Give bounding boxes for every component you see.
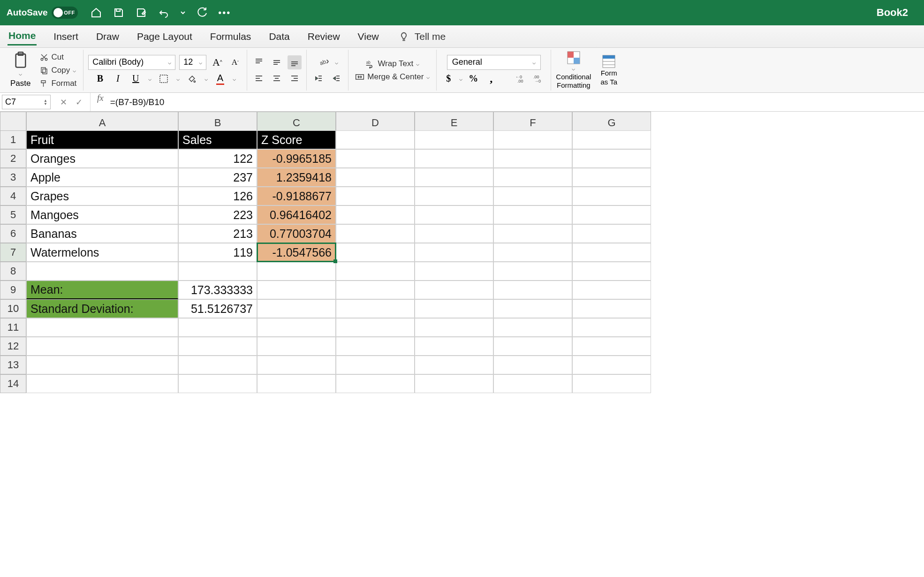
cell[interactable]: [493, 205, 572, 224]
row-header-14[interactable]: 14: [0, 374, 26, 393]
cell[interactable]: [178, 356, 257, 374]
row-header-3[interactable]: 3: [0, 168, 26, 187]
align-right-icon[interactable]: [288, 71, 302, 85]
cell-C1[interactable]: Z Score: [257, 130, 336, 149]
cell[interactable]: [336, 130, 415, 149]
redo-icon[interactable]: [196, 7, 208, 19]
cell-C7[interactable]: -1.0547566: [257, 243, 336, 262]
cell[interactable]: [572, 205, 651, 224]
cell[interactable]: [336, 187, 415, 205]
row-header-1[interactable]: 1: [0, 130, 26, 149]
cell[interactable]: [336, 224, 415, 243]
row-header-12[interactable]: 12: [0, 337, 26, 356]
borders-dropdown-icon[interactable]: ⌵: [174, 72, 181, 86]
cell[interactable]: [26, 262, 178, 281]
cell[interactable]: [336, 262, 415, 281]
cell[interactable]: [415, 356, 493, 374]
cell-B10[interactable]: 51.5126737: [178, 299, 257, 318]
cell[interactable]: [415, 374, 493, 393]
cell[interactable]: [572, 187, 651, 205]
undo-icon[interactable]: [158, 7, 170, 19]
cell[interactable]: [178, 374, 257, 393]
autosave-toggle[interactable]: OFF: [52, 7, 78, 19]
align-bottom-icon[interactable]: [288, 55, 302, 69]
tell-me-search[interactable]: Tell me: [414, 28, 447, 45]
cell[interactable]: [415, 149, 493, 168]
decrease-decimal-icon[interactable]: .00→0: [532, 72, 546, 86]
cell[interactable]: [336, 243, 415, 262]
cell-C2[interactable]: -0.9965185: [257, 149, 336, 168]
cell[interactable]: [257, 356, 336, 374]
cell[interactable]: [415, 168, 493, 187]
cell[interactable]: [493, 243, 572, 262]
tab-formulas[interactable]: Formulas: [209, 28, 252, 45]
cell[interactable]: [572, 224, 651, 243]
cell[interactable]: [26, 356, 178, 374]
fill-color-dropdown-icon[interactable]: ⌵: [203, 72, 209, 86]
underline-button[interactable]: U: [129, 72, 143, 86]
increase-indent-icon[interactable]: [329, 71, 343, 85]
cell[interactable]: [572, 318, 651, 337]
cell[interactable]: [257, 374, 336, 393]
cell[interactable]: [336, 205, 415, 224]
fill-color-button[interactable]: [185, 72, 199, 86]
row-header-8[interactable]: 8: [0, 262, 26, 281]
tab-data[interactable]: Data: [268, 28, 290, 45]
fx-icon[interactable]: fx: [97, 93, 104, 111]
decrease-indent-icon[interactable]: [311, 71, 326, 85]
row-header-11[interactable]: 11: [0, 318, 26, 337]
cell-A10[interactable]: Standard Deviation:: [26, 299, 178, 318]
decrease-font-icon[interactable]: Aˇ: [228, 55, 242, 69]
row-header-7[interactable]: 7: [0, 243, 26, 262]
cell[interactable]: [336, 281, 415, 299]
undo-dropdown-icon[interactable]: [180, 7, 186, 19]
cell[interactable]: [336, 168, 415, 187]
row-header-6[interactable]: 6: [0, 224, 26, 243]
number-format-select[interactable]: General⌵: [447, 55, 541, 70]
cell[interactable]: [415, 224, 493, 243]
cell[interactable]: [336, 318, 415, 337]
cell[interactable]: [257, 281, 336, 299]
formula-input[interactable]: =(B7-B9)/B10: [108, 93, 924, 111]
cell[interactable]: [493, 299, 572, 318]
cell-C5[interactable]: 0.96416402: [257, 205, 336, 224]
borders-button[interactable]: [157, 72, 171, 86]
cell[interactable]: [572, 356, 651, 374]
cell-A1[interactable]: Fruit: [26, 130, 178, 149]
cell[interactable]: [257, 337, 336, 356]
cell[interactable]: [415, 281, 493, 299]
cell-B3[interactable]: 237: [178, 168, 257, 187]
row-header-10[interactable]: 10: [0, 299, 26, 318]
cell-B9[interactable]: 173.333333: [178, 281, 257, 299]
cell[interactable]: [26, 318, 178, 337]
home-icon[interactable]: [90, 7, 102, 19]
cell-B5[interactable]: 223: [178, 205, 257, 224]
more-icon[interactable]: •••: [219, 7, 231, 19]
increase-font-icon[interactable]: A^: [210, 55, 224, 69]
cell[interactable]: [415, 205, 493, 224]
cell-A9[interactable]: Mean:: [26, 281, 178, 299]
bold-button[interactable]: B: [93, 72, 107, 86]
cell[interactable]: [415, 187, 493, 205]
cell[interactable]: [336, 374, 415, 393]
cell-A7[interactable]: Watermelons: [26, 243, 178, 262]
cell[interactable]: [336, 149, 415, 168]
cell[interactable]: [26, 337, 178, 356]
align-middle-icon[interactable]: [270, 55, 284, 69]
cell[interactable]: [493, 356, 572, 374]
cell[interactable]: [572, 130, 651, 149]
cell[interactable]: [415, 130, 493, 149]
cell[interactable]: [415, 262, 493, 281]
cell[interactable]: [257, 299, 336, 318]
italic-button[interactable]: I: [111, 72, 125, 86]
row-header-5[interactable]: 5: [0, 205, 26, 224]
percent-button[interactable]: %: [466, 72, 480, 86]
cell[interactable]: [493, 168, 572, 187]
cell-A2[interactable]: Oranges: [26, 149, 178, 168]
cell[interactable]: [415, 243, 493, 262]
cell[interactable]: [572, 281, 651, 299]
copy-button[interactable]: Copy⌵: [38, 65, 78, 76]
wrap-text-button[interactable]: abWrap Text⌵: [364, 58, 421, 69]
cell[interactable]: [493, 224, 572, 243]
cell[interactable]: [493, 187, 572, 205]
